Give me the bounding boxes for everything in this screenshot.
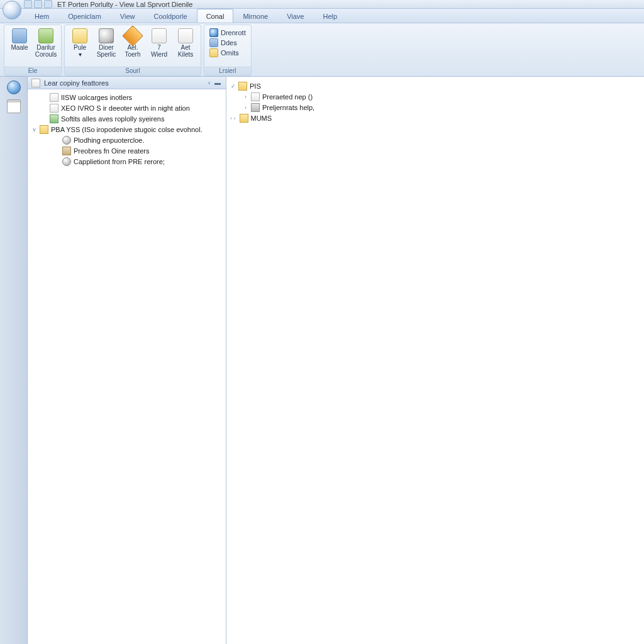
ribbon-button-icon	[38, 28, 53, 43]
tree-item[interactable]: Capplietiont frorn PRE rerore;	[29, 156, 225, 167]
tab-openiclam[interactable]: Openiclam	[58, 9, 111, 23]
tab-viave[interactable]: Viave	[277, 9, 313, 23]
tree-item[interactable]: IISW uolcarges inotlers	[29, 92, 225, 103]
qat-icon[interactable]	[44, 0, 52, 8]
tree-item[interactable]: ›Preljernrats help,	[229, 102, 641, 113]
tree-item-icon	[238, 82, 247, 91]
tab-cooldporle[interactable]: Cooldporle	[144, 9, 196, 23]
small-label: Drenrott	[221, 29, 246, 36]
ribbon-button-label: Corouls	[35, 52, 57, 58]
ribbon-button[interactable]: AetKilets	[173, 27, 198, 59]
tree-twisty-icon[interactable]: ›	[243, 104, 248, 111]
tree-item-label: Softits alles aves roplolly syeirens	[61, 115, 164, 123]
navigator-header-icon	[31, 79, 40, 87]
ribbon-group-label: Lrsierl	[204, 67, 251, 75]
ribbon-button-label: Sperlic	[97, 52, 116, 58]
tree-item[interactable]: ✓PIS	[229, 80, 641, 91]
quick-access-toolbar	[24, 0, 52, 8]
small-label: Ddes	[221, 39, 237, 47]
tab-mirnone[interactable]: Mirnone	[233, 9, 277, 23]
ribbon-group: DrenrottDdesOmitsLrsierl	[204, 25, 252, 76]
ribbon-button-label: Maale	[11, 45, 28, 52]
tree-item[interactable]: ‹ ›MUMS	[229, 113, 641, 123]
navigator-controls[interactable]: ‹ ▬	[208, 79, 222, 86]
tree-item-icon	[50, 93, 58, 102]
tree-item[interactable]: Preobres fn Oine reaters	[29, 145, 225, 156]
ribbon-group: Pule▾DioerSperlicAel.Toerh7WierdAetKilet…	[64, 25, 201, 76]
ribbon-small-button[interactable]: Ddes	[209, 38, 246, 47]
ribbon-button[interactable]: 7Wierd	[147, 27, 172, 59]
ribbon-button[interactable]: DarilurCorouls	[33, 27, 58, 59]
rail-card-icon[interactable]	[7, 99, 21, 113]
tree-twisty-icon[interactable]: ✓	[230, 83, 236, 89]
ribbon-button-label: Kilets	[178, 52, 193, 58]
ribbon-button-icon	[152, 28, 167, 43]
ribbon-group-label: Ele	[4, 67, 61, 75]
small-label: Omits	[221, 49, 239, 57]
ribbon-button-label: Wierd	[151, 52, 167, 58]
navigator-pane: Lear copiny feattores ‹ ▬ IISW uolcarges…	[28, 77, 226, 644]
tab-hem[interactable]: Hem	[25, 9, 58, 23]
tree-item-label: Preljernrats help,	[262, 104, 314, 111]
tree-item-label: IISW uolcarges inotlers	[61, 94, 132, 101]
tree-item-icon	[251, 92, 260, 101]
tree-item-icon	[251, 103, 260, 112]
tree-item-label: Plodhing enpuotercloe.	[74, 136, 145, 144]
ribbon-group: MaaleDarilurCoroulsEle	[4, 25, 62, 76]
ribbon-group-label: Sourl	[65, 67, 201, 75]
ribbon-button[interactable]: Maale	[7, 27, 32, 53]
small-icon	[209, 28, 218, 37]
qat-icon[interactable]	[24, 0, 32, 8]
ribbon-button-label: Darilur	[36, 45, 55, 52]
title-bar: ET Porten Porlulty - View Lal Sprvort Di…	[0, 0, 644, 9]
tree-item[interactable]: Softits alles aves roplolly syeirens	[29, 113, 225, 124]
tree-item-icon	[50, 114, 58, 123]
tree-twisty-icon[interactable]: v	[31, 126, 37, 133]
tree-item-label: Capplietiont frorn PRE rerore;	[74, 158, 165, 165]
navigator-tree: IISW uolcarges inotlersXEO IVRO S ir dee…	[28, 89, 226, 169]
ribbon-button-icon	[72, 28, 87, 43]
navigator-header: Lear copiny feattores ‹ ▬	[28, 77, 226, 89]
ribbon-button[interactable]: Pule▾	[67, 27, 92, 59]
rail-globe-icon[interactable]	[7, 80, 21, 94]
content-tree: ✓PIS›Preraeted nep ()›Preljernrats help,…	[226, 77, 644, 127]
tree-item-icon	[40, 125, 48, 134]
ribbon-button-icon	[99, 28, 114, 43]
tab-view[interactable]: View	[111, 9, 145, 23]
tree-item-icon	[62, 157, 71, 166]
ribbon-button[interactable]: DioerSperlic	[94, 27, 119, 59]
ribbon-button-label: 7	[157, 45, 161, 52]
nav-arrows-icon[interactable]: ‹ ›	[230, 115, 236, 121]
tree-item[interactable]: vPBA YSS (ISo iropodenive stugoic colse …	[29, 124, 225, 135]
ribbon-small-button[interactable]: Drenrott	[209, 28, 246, 37]
qat-icon[interactable]	[34, 0, 42, 8]
tree-item[interactable]: ›Preraeted nep ()	[229, 91, 641, 102]
tree-item[interactable]: Plodhing enpuotercloe.	[29, 135, 225, 145]
tree-item-label: XEO IVRO S ir deeoter wirth in night ati…	[61, 104, 190, 112]
ribbon-button-label: Dioer	[99, 45, 114, 52]
ribbon: MaaleDarilurCoroulsElePule▾DioerSperlicA…	[0, 23, 644, 77]
tab-help[interactable]: Help	[314, 9, 347, 23]
tree-item-label: Preobres fn Oine reaters	[74, 147, 149, 155]
tree-item-icon	[240, 114, 248, 123]
ribbon-small-button[interactable]: Omits	[209, 48, 246, 57]
ribbon-button-icon	[122, 25, 143, 47]
ribbon-button-icon	[12, 28, 27, 43]
content-pane: ✓PIS›Preraeted nep ()›Preljernrats help,…	[226, 77, 644, 644]
tree-twisty-icon[interactable]: ›	[243, 94, 248, 100]
tree-item-label: PIS	[250, 82, 261, 90]
tree-item[interactable]: XEO IVRO S ir deeoter wirth in night ati…	[29, 103, 225, 113]
ribbon-button-icon	[178, 28, 193, 43]
tab-conal[interactable]: Conal	[197, 9, 234, 23]
ribbon-button[interactable]: Ael.Toerh	[120, 27, 145, 59]
app-orb-button[interactable]	[3, 1, 21, 19]
tree-item-label: Preraeted nep ()	[262, 93, 313, 101]
workspace: Lear copiny feattores ‹ ▬ IISW uolcarges…	[0, 77, 644, 644]
tree-item-label: MUMS	[251, 114, 272, 122]
small-icon	[209, 48, 218, 57]
ribbon-button-label: Pule	[74, 45, 86, 52]
navigator-title: Lear copiny feattores	[44, 79, 109, 87]
tree-item-icon	[62, 147, 71, 155]
ribbon-button-label: Toerh	[125, 52, 140, 58]
ribbon-button-label: ▾	[79, 52, 82, 58]
